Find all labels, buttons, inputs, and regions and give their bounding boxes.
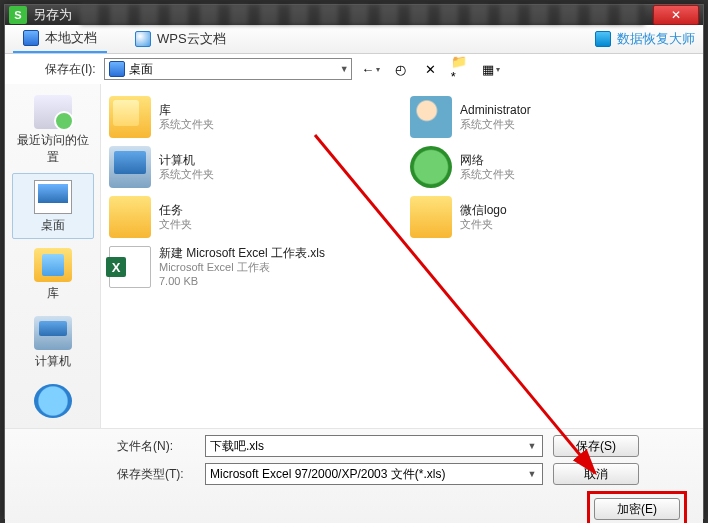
annotation-highlight: 加密(E) [587, 491, 687, 523]
place-libraries[interactable]: 库 [12, 241, 94, 307]
up-button[interactable]: ◴ [390, 58, 412, 80]
save-in-combo[interactable]: 桌面 ▼ [104, 58, 352, 80]
filename-label: 文件名(N): [117, 438, 195, 455]
view-menu-button[interactable]: ▦ [480, 58, 502, 80]
desktop-place-icon [34, 180, 72, 214]
item-name: 库 [159, 103, 214, 118]
item-size: 7.00 KB [159, 275, 325, 289]
list-item[interactable]: Administrator 系统文件夹 [408, 92, 697, 142]
save-in-value: 桌面 [129, 61, 153, 78]
delete-button[interactable]: ✕ [420, 58, 442, 80]
chevron-down-icon: ▼ [340, 64, 349, 74]
item-name: 网络 [460, 153, 515, 168]
item-name: 微信logo [460, 203, 507, 218]
place-label: 库 [47, 286, 59, 300]
filetype-label: 保存类型(T): [117, 466, 195, 483]
item-name: Administrator [460, 103, 531, 118]
item-name: 计算机 [159, 153, 214, 168]
item-type: 文件夹 [159, 218, 192, 232]
chevron-down-icon: ▼ [524, 441, 540, 451]
dialog-body: 最近访问的位置 桌面 库 计算机 [5, 84, 703, 428]
tab-cloud[interactable]: WPS云文档 [125, 26, 236, 52]
folder-icon [109, 196, 151, 238]
place-label: 最近访问的位置 [17, 133, 89, 164]
libraries-icon [34, 248, 72, 282]
title-bar: S 另存为 ✕ [5, 5, 703, 25]
item-name: 新建 Microsoft Excel 工作表.xls [159, 246, 325, 261]
tab-cloud-label: WPS云文档 [157, 30, 226, 48]
recovery-icon [595, 31, 611, 47]
place-computer[interactable]: 计算机 [12, 309, 94, 375]
cancel-button[interactable]: 取消 [553, 463, 639, 485]
encrypt-button[interactable]: 加密(E) [594, 498, 680, 520]
item-type: Microsoft Excel 工作表 [159, 261, 325, 275]
recent-icon [34, 95, 72, 129]
list-item[interactable]: 任务 文件夹 [107, 192, 396, 242]
folder-icon [410, 196, 452, 238]
delete-icon: ✕ [425, 62, 436, 77]
item-type: 系统文件夹 [159, 118, 214, 132]
close-button[interactable]: ✕ [653, 5, 699, 25]
list-item[interactable]: 网络 系统文件夹 [408, 142, 697, 192]
places-sidebar: 最近访问的位置 桌面 库 计算机 [5, 84, 101, 428]
item-type: 系统文件夹 [460, 118, 531, 132]
dialog-footer: 文件名(N): 下载吧.xls ▼ 保存(S) 保存类型(T): Microso… [5, 428, 703, 523]
computer-icon [34, 316, 72, 350]
item-type: 系统文件夹 [460, 168, 515, 182]
desktop-icon [109, 61, 125, 77]
chevron-down-icon: ▼ [524, 469, 540, 479]
list-item[interactable]: 微信logo 文件夹 [408, 192, 697, 242]
save-button[interactable]: 保存(S) [553, 435, 639, 457]
libraries-folder-icon [109, 96, 151, 138]
monitor-icon [23, 30, 39, 46]
item-type: 文件夹 [460, 218, 507, 232]
app-icon: S [9, 6, 27, 24]
item-type: 系统文件夹 [159, 168, 214, 182]
list-item[interactable]: 新建 Microsoft Excel 工作表.xls Microsoft Exc… [107, 242, 697, 293]
place-network[interactable] [12, 377, 94, 426]
title-blur-decor [80, 5, 645, 25]
recovery-label: 数据恢复大师 [617, 30, 695, 48]
item-name: 任务 [159, 203, 192, 218]
user-folder-icon [410, 96, 452, 138]
save-as-dialog: S 另存为 ✕ 本地文档 WPS云文档 数据恢复大师 保存在(I): 桌面 ▼ … [4, 4, 704, 519]
place-label: 计算机 [35, 354, 71, 368]
filename-input[interactable]: 下载吧.xls ▼ [205, 435, 543, 457]
new-folder-button[interactable]: 📁* [450, 58, 472, 80]
place-desktop[interactable]: 桌面 [12, 173, 94, 239]
cloud-icon [135, 31, 151, 47]
list-item[interactable]: 库 系统文件夹 [107, 92, 396, 142]
excel-file-icon [109, 246, 151, 288]
source-tabs: 本地文档 WPS云文档 数据恢复大师 [5, 25, 703, 54]
network-item-icon [410, 146, 452, 188]
filetype-value: Microsoft Excel 97/2000/XP/2003 文件(*.xls… [210, 466, 445, 483]
list-item[interactable]: 计算机 系统文件夹 [107, 142, 396, 192]
computer-item-icon [109, 146, 151, 188]
location-row: 保存在(I): 桌面 ▼ ← ◴ ✕ 📁* ▦ [5, 54, 703, 84]
place-label: 桌面 [41, 218, 65, 232]
window-title: 另存为 [33, 6, 72, 24]
filetype-select[interactable]: Microsoft Excel 97/2000/XP/2003 文件(*.xls… [205, 463, 543, 485]
data-recovery-link[interactable]: 数据恢复大师 [595, 30, 695, 48]
filename-value: 下载吧.xls [210, 438, 264, 455]
file-list[interactable]: 库 系统文件夹 Administrator 系统文件夹 计算机 系统文件夹 [101, 84, 703, 428]
network-icon [34, 384, 72, 418]
back-button[interactable]: ← [360, 58, 382, 80]
close-icon: ✕ [671, 8, 681, 22]
up-icon: ◴ [395, 62, 406, 77]
save-in-label: 保存在(I): [45, 61, 96, 78]
view-icon: ▦ [482, 62, 494, 77]
new-folder-icon: 📁* [451, 54, 471, 84]
tab-local[interactable]: 本地文档 [13, 25, 107, 53]
back-icon: ← [361, 62, 374, 77]
tab-local-label: 本地文档 [45, 29, 97, 47]
place-recent[interactable]: 最近访问的位置 [12, 88, 94, 171]
